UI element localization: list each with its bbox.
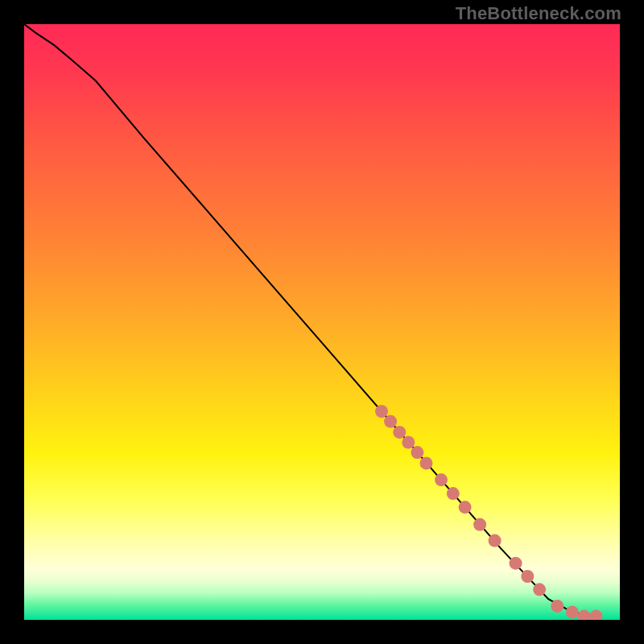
data-dot [551,600,564,613]
data-dot [393,426,406,439]
data-dot [533,583,546,596]
data-dot [489,535,502,547]
watermark-text: TheBottleneck.com [456,3,621,24]
data-dot [566,605,579,618]
data-dot [411,446,423,459]
plot-area [24,24,620,620]
data-dot [459,501,472,514]
data-dot [384,415,397,428]
gradient-background [24,24,620,620]
data-dot [473,518,486,531]
data-dot [447,487,460,500]
data-dot [375,405,388,418]
data-dot [521,570,534,583]
data-dot [420,456,433,469]
plot-svg [24,24,620,620]
chart-frame: TheBottleneck.com [0,0,644,644]
data-dot [510,557,522,570]
data-dot [402,436,415,449]
data-dot [435,473,448,486]
